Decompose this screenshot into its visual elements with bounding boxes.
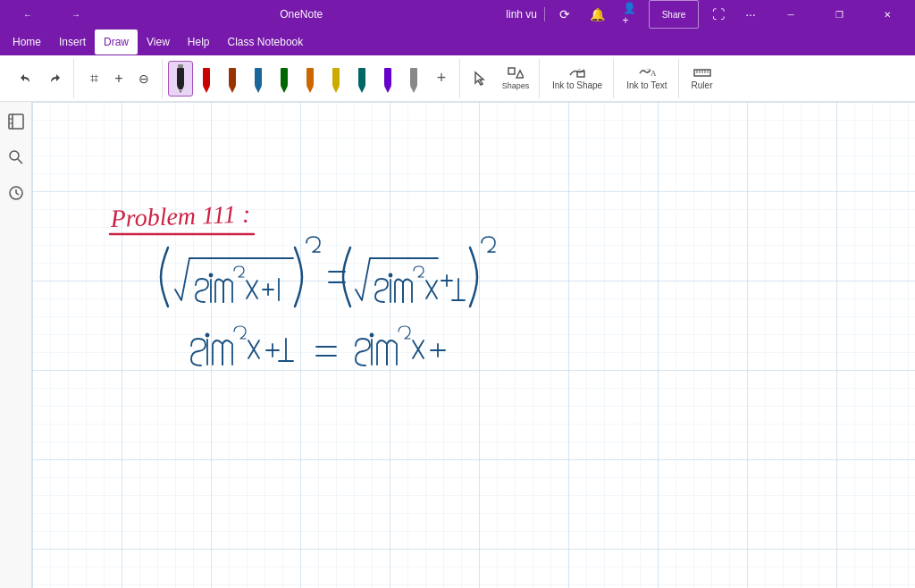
svg-text:Problem 111 :: Problem 111 :: [109, 200, 251, 232]
pen-section: +: [164, 59, 460, 98]
ink-to-shape-section: → Ink to Shape: [541, 59, 614, 98]
title-bar-nav: ← →: [7, 0, 97, 29]
pen-orange[interactable]: [298, 61, 323, 97]
svg-rect-18: [384, 68, 391, 86]
user-name: linh vu: [506, 8, 537, 21]
svg-point-67: [206, 334, 209, 337]
svg-rect-1: [177, 68, 184, 86]
svg-text:→: →: [645, 66, 651, 71]
pen-blue[interactable]: [246, 61, 271, 97]
svg-line-39: [18, 159, 22, 164]
svg-point-49: [210, 274, 213, 277]
ruler-section: Ruler: [681, 59, 724, 98]
canvas-area[interactable]: Problem 111 :: [32, 102, 915, 588]
equation-line2: [191, 326, 445, 365]
problem-heading: Problem 111 :: [109, 200, 254, 234]
svg-line-42: [16, 193, 19, 195]
svg-rect-10: [281, 68, 288, 86]
svg-rect-12: [306, 68, 314, 86]
svg-marker-9: [255, 86, 262, 93]
svg-marker-13: [306, 86, 314, 93]
lasso-button[interactable]: ⌗: [80, 61, 108, 97]
sync-button[interactable]: ⟳: [552, 2, 577, 27]
ruler-label: Ruler: [692, 80, 713, 90]
title-divider: [544, 7, 545, 21]
user-info: linh vu: [506, 8, 537, 21]
svg-marker-15: [332, 86, 340, 93]
pen-yellow[interactable]: [323, 61, 348, 97]
svg-rect-8: [255, 68, 262, 86]
draw-tools-section: Shapes: [462, 59, 540, 98]
svg-rect-14: [332, 68, 340, 86]
close-button[interactable]: ✕: [867, 0, 908, 29]
svg-text:→: →: [576, 66, 582, 71]
svg-marker-21: [410, 86, 417, 93]
minimize-button[interactable]: ─: [770, 0, 811, 29]
menu-view[interactable]: View: [138, 29, 179, 55]
svg-rect-22: [508, 68, 515, 74]
pen-black[interactable]: [168, 61, 193, 97]
add-pen-button[interactable]: +: [427, 61, 456, 97]
people-button[interactable]: 👤+: [617, 2, 642, 27]
bell-button[interactable]: 🔔: [584, 2, 609, 27]
ruler-button[interactable]: Ruler: [684, 61, 720, 97]
undo-redo-section: [7, 59, 74, 98]
pen-purple[interactable]: [375, 61, 400, 97]
pen-darkred[interactable]: [220, 61, 245, 97]
select-drawing-button[interactable]: [466, 61, 494, 97]
app-body: Problem 111 :: [0, 102, 915, 588]
redo-button[interactable]: [41, 61, 70, 97]
svg-rect-4: [203, 68, 210, 86]
svg-rect-20: [410, 68, 417, 86]
pen-teal[interactable]: [349, 61, 374, 97]
equation-line1: [161, 237, 495, 307]
svg-point-59: [390, 274, 392, 277]
svg-rect-0: [178, 64, 183, 68]
ink-to-text-button[interactable]: A → Ink to Text: [619, 61, 674, 97]
add-drawing-button[interactable]: +: [110, 61, 128, 97]
ink-to-shape-button[interactable]: → Ink to Shape: [545, 61, 609, 97]
undo-button[interactable]: [11, 61, 39, 97]
back-button[interactable]: ←: [7, 0, 48, 29]
fullscreen-button[interactable]: ⛶: [706, 2, 731, 27]
menu-home[interactable]: Home: [4, 29, 50, 55]
sidebar-recent[interactable]: [4, 181, 29, 206]
menu-insert[interactable]: Insert: [50, 29, 95, 55]
eraser-button[interactable]: ⊖: [130, 61, 158, 97]
menu-draw[interactable]: Draw: [95, 29, 138, 55]
shapes-button[interactable]: Shapes: [496, 61, 535, 97]
forward-button[interactable]: →: [55, 0, 97, 29]
svg-text:A: A: [651, 69, 656, 78]
pen-gray[interactable]: [401, 61, 426, 97]
restore-button[interactable]: ❐: [818, 0, 860, 29]
svg-marker-19: [384, 86, 391, 93]
svg-point-38: [10, 151, 19, 160]
svg-rect-3: [179, 89, 182, 91]
toolbar: ⌗ + ⊖: [0, 55, 915, 102]
sidebar-notebooks[interactable]: [4, 109, 29, 134]
svg-marker-7: [229, 86, 236, 93]
shapes-label: Shapes: [502, 81, 530, 90]
svg-marker-11: [281, 86, 288, 93]
share-button[interactable]: Share: [649, 0, 699, 29]
svg-rect-6: [229, 68, 236, 86]
svg-point-77: [371, 334, 374, 337]
svg-rect-16: [358, 68, 365, 86]
sidebar: [0, 102, 32, 588]
menu-class-notebook[interactable]: Class Notebook: [219, 29, 313, 55]
sidebar-search[interactable]: [4, 145, 29, 170]
menu-help[interactable]: Help: [179, 29, 219, 55]
title-bar: ← → OneNote linh vu ⟳ 🔔 👤+ Share ⛶ ··· ─…: [0, 0, 915, 29]
pen-red[interactable]: [194, 61, 219, 97]
selection-section: ⌗ + ⊖: [76, 59, 163, 98]
ink-to-text-section: A → Ink to Text: [616, 59, 678, 98]
svg-marker-23: [516, 71, 524, 78]
note-content: Problem 111 :: [32, 102, 915, 588]
svg-marker-5: [203, 86, 210, 93]
svg-marker-17: [358, 86, 365, 93]
ink-to-text-label: Ink to Text: [626, 80, 667, 90]
svg-rect-34: [9, 114, 23, 129]
pen-green[interactable]: [272, 61, 297, 97]
more-button[interactable]: ···: [738, 2, 763, 27]
title-bar-controls: linh vu ⟳ 🔔 👤+ Share ⛶ ··· ─ ❐ ✕: [506, 0, 908, 29]
